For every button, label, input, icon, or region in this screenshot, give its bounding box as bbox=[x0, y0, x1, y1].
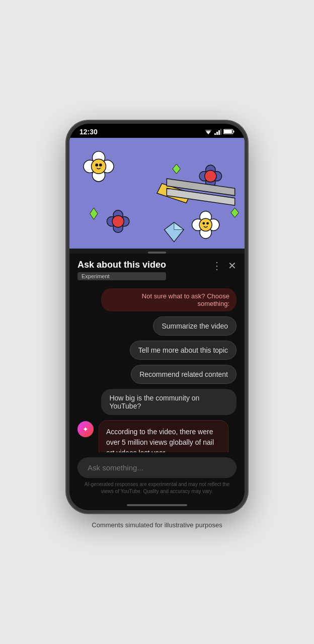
svg-point-14 bbox=[92, 159, 106, 174]
status-icons bbox=[204, 129, 234, 135]
svg-point-39 bbox=[206, 222, 209, 224]
ai-avatar-icon: ✦ bbox=[83, 425, 89, 433]
chip-summarize[interactable]: Summarize the video bbox=[153, 316, 237, 336]
caption-text: Comments simulated for illustrative purp… bbox=[92, 521, 222, 529]
suggestion-label: Not sure what to ask? Choose something: bbox=[101, 288, 237, 311]
more-options-button[interactable]: ⋮ bbox=[212, 261, 222, 271]
header-left: Ask about this video Experiment bbox=[77, 260, 166, 280]
header-title: Ask about this video bbox=[77, 260, 166, 270]
signal-icon bbox=[214, 129, 221, 135]
ai-avatar: ✦ bbox=[77, 421, 94, 437]
wifi-icon bbox=[204, 129, 212, 135]
chat-area: Not sure what to ask? Choose something: … bbox=[69, 284, 245, 452]
phone-frame: 12:30 bbox=[66, 121, 248, 513]
ai-response: ✦ According to the video, there were ove… bbox=[77, 420, 228, 452]
battery-icon bbox=[223, 129, 234, 134]
status-time: 12:30 bbox=[80, 128, 98, 136]
svg-rect-2 bbox=[214, 133, 216, 135]
home-indicator bbox=[127, 504, 187, 506]
sheet-header: Ask about this video Experiment ⋮ ✕ bbox=[69, 254, 245, 284]
header-actions: ⋮ ✕ bbox=[212, 261, 237, 271]
bottom-sheet: Ask about this video Experiment ⋮ ✕ Not … bbox=[69, 254, 245, 510]
video-content bbox=[69, 138, 245, 249]
phone-outer: 12:30 bbox=[0, 0, 314, 644]
status-bar: 12:30 bbox=[69, 124, 245, 138]
svg-rect-5 bbox=[220, 129, 221, 135]
svg-rect-4 bbox=[218, 130, 220, 135]
close-button[interactable]: ✕ bbox=[228, 261, 237, 271]
svg-point-16 bbox=[99, 164, 102, 167]
svg-point-32 bbox=[112, 215, 124, 227]
experiment-badge: Experiment bbox=[77, 272, 166, 280]
disclaimer-text: AI-generated responses are experimental … bbox=[77, 478, 237, 499]
user-message: How big is the community on YouTube? bbox=[101, 389, 237, 415]
chip-recommend[interactable]: Recommend related content bbox=[131, 365, 237, 384]
svg-rect-8 bbox=[233, 131, 234, 133]
input-area: AI-generated responses are experimental … bbox=[69, 452, 245, 502]
ask-input[interactable] bbox=[77, 457, 237, 478]
chip-tell-more[interactable]: Tell me more about this topic bbox=[130, 341, 237, 360]
svg-rect-7 bbox=[224, 130, 232, 133]
svg-rect-3 bbox=[216, 132, 218, 135]
svg-point-21 bbox=[205, 170, 216, 182]
svg-point-38 bbox=[202, 222, 205, 224]
video-area bbox=[69, 138, 245, 249]
ai-bubble: According to the video, there were over … bbox=[99, 420, 228, 452]
svg-point-37 bbox=[199, 218, 212, 231]
ai-response-text: According to the video, there were over … bbox=[106, 427, 221, 452]
svg-point-15 bbox=[95, 164, 98, 167]
